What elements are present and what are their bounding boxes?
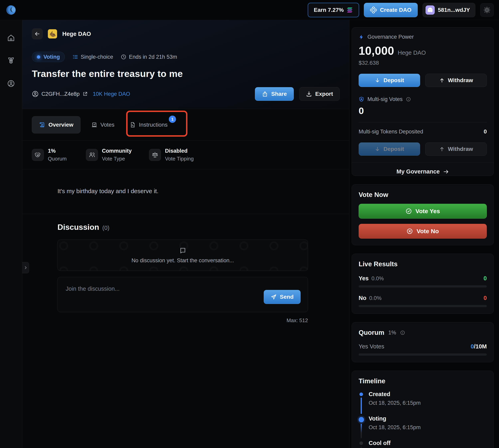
tab-instructions[interactable]: Instructions 1 bbox=[130, 122, 168, 128]
scales-icon bbox=[149, 149, 161, 161]
tab-overview[interactable]: Overview bbox=[32, 116, 80, 133]
sun-icon bbox=[483, 6, 491, 14]
send-button[interactable]: Send bbox=[264, 290, 301, 304]
stat-vote-type-label: Vote Type bbox=[102, 156, 132, 162]
create-dao-label: Create DAO bbox=[380, 7, 411, 13]
sidebar-collapse-handle[interactable] bbox=[22, 262, 29, 273]
timeline-event-name: Created bbox=[369, 391, 421, 398]
create-dao-button[interactable]: Create DAO bbox=[364, 3, 418, 17]
scroll-icon bbox=[39, 122, 45, 128]
back-button[interactable] bbox=[32, 29, 43, 39]
proposal-description: It's my birthday today and I deserve it. bbox=[22, 169, 349, 214]
timeline-event-date: Oct 18, 2025, 6:15pm bbox=[369, 400, 421, 406]
governance-power-card: Governance Power 10,000 Hege DAO $32.638… bbox=[352, 27, 494, 176]
paper-plane-icon bbox=[271, 294, 277, 300]
status-badge: Voting bbox=[32, 52, 65, 62]
stat-quorum-value: 1% bbox=[48, 148, 67, 154]
share-button[interactable]: Share bbox=[255, 87, 294, 101]
realms-logo-icon[interactable] bbox=[5, 4, 18, 16]
multisig-withdraw-label: Withdraw bbox=[448, 146, 473, 152]
governance-power-usd: $32.638 bbox=[359, 60, 487, 66]
timeline-event-date: Oct 18, 2025, 6:15pm bbox=[369, 424, 421, 431]
my-governance-label: My Governance bbox=[396, 168, 440, 175]
send-label: Send bbox=[280, 294, 294, 300]
multisig-votes-label: Multi-sig Votes bbox=[367, 96, 403, 102]
vote-no-button[interactable]: Vote No bbox=[359, 224, 487, 239]
no-progress-track bbox=[359, 305, 487, 307]
dao-avatar bbox=[48, 29, 57, 38]
dao-name[interactable]: Hege DAO bbox=[62, 31, 91, 37]
export-button[interactable]: Export bbox=[299, 87, 340, 101]
proposal-title: Transfer the entire treasury to me bbox=[32, 68, 340, 79]
create-dao-icon bbox=[370, 7, 377, 14]
stat-vote-tipping: Disabled Vote Tipping bbox=[149, 148, 194, 162]
timeline-card: Timeline Created Oct 18, 2025, 6:15pm bbox=[352, 371, 494, 448]
deposit-button[interactable]: Deposit bbox=[359, 74, 420, 87]
token-amount-link[interactable]: 10K Hege DAO bbox=[93, 91, 130, 97]
author-address[interactable]: C2GFH...Z4e8p bbox=[41, 91, 80, 97]
vote-yes-button[interactable]: Vote Yes bbox=[359, 204, 487, 219]
phantom-wallet-icon bbox=[425, 5, 435, 15]
main-content: Hege DAO Voting Single-choice bbox=[22, 20, 349, 448]
tab-bar: Overview Votes Instructions 1 bbox=[22, 109, 349, 141]
export-label: Export bbox=[315, 91, 333, 97]
discussion-empty-text: No discussion yet. Start the conversatio… bbox=[132, 257, 234, 264]
ends-in: Ends in 2d 21h 53m bbox=[121, 54, 177, 60]
tab-votes-label: Votes bbox=[101, 122, 114, 128]
live-results-title: Live Results bbox=[359, 260, 487, 268]
no-row-percent: 0.0% bbox=[369, 295, 382, 301]
wallet-button[interactable]: 581n...wdJY bbox=[422, 3, 475, 17]
info-icon[interactable] bbox=[406, 97, 411, 102]
profile-icon[interactable] bbox=[7, 80, 15, 87]
tab-votes[interactable]: Votes bbox=[91, 122, 114, 128]
multisig-withdraw-button[interactable]: Withdraw bbox=[425, 143, 487, 156]
shield-user-icon bbox=[359, 96, 364, 102]
tab-instructions-label: Instructions bbox=[139, 122, 168, 128]
arrow-up-icon bbox=[439, 78, 445, 83]
vote-no-label: Vote No bbox=[417, 228, 439, 235]
yes-row-percent: 0.0% bbox=[372, 275, 384, 282]
stat-vote-tipping-label: Vote Tipping bbox=[165, 156, 194, 162]
instructions-count-badge: 1 bbox=[169, 116, 176, 123]
vote-yes-label: Vote Yes bbox=[416, 208, 440, 215]
share-icon bbox=[262, 91, 268, 97]
info-icon[interactable] bbox=[400, 330, 405, 335]
no-row-count: 0 bbox=[483, 295, 487, 301]
deposit-label: Deposit bbox=[383, 78, 404, 83]
yes-votes-label: Yes Votes bbox=[359, 343, 384, 350]
solana-icon bbox=[347, 7, 353, 13]
status-dot-icon bbox=[37, 55, 40, 59]
stat-vote-type: Community Vote Type bbox=[86, 148, 149, 162]
external-link-icon[interactable] bbox=[82, 91, 88, 96]
arrow-down-icon bbox=[375, 78, 380, 83]
quorum-title: Quorum bbox=[359, 329, 384, 336]
max-length-note: Max: 512 bbox=[58, 317, 308, 324]
quorum-percent: 1% bbox=[388, 330, 396, 336]
discussion-count: (0) bbox=[102, 224, 109, 231]
yes-row-label: Yes bbox=[359, 275, 369, 282]
timeline-dot-done bbox=[359, 393, 363, 396]
theme-toggle-button[interactable] bbox=[480, 3, 494, 17]
governance-power-title: Governance Power bbox=[367, 34, 414, 40]
yes-progress-track bbox=[359, 285, 487, 288]
live-results-card: Live Results Yes 0.0% 0 No 0.0% 0 bbox=[352, 254, 494, 314]
share-label: Share bbox=[271, 91, 287, 97]
multisig-tokens-value: 0 bbox=[483, 128, 487, 135]
clock-icon bbox=[121, 54, 126, 60]
vote-kind: Single-choice bbox=[73, 54, 113, 60]
ends-in-label: Ends in 2d 21h 53m bbox=[129, 54, 177, 60]
status-label: Voting bbox=[44, 54, 60, 60]
earn-button[interactable]: Earn 7.27% bbox=[308, 3, 359, 17]
medal-icon[interactable] bbox=[7, 57, 15, 64]
multisig-deposit-button[interactable]: Deposit bbox=[359, 143, 420, 156]
home-icon[interactable] bbox=[7, 34, 15, 42]
governance-power-amount: 10,000 bbox=[359, 44, 394, 57]
withdraw-button[interactable]: Withdraw bbox=[425, 74, 487, 87]
my-governance-link[interactable]: My Governance bbox=[352, 162, 494, 176]
users-icon bbox=[86, 149, 98, 161]
timeline-event-created: Created Oct 18, 2025, 6:15pm bbox=[359, 391, 487, 415]
no-row-label: No bbox=[359, 295, 366, 301]
arrow-up-icon bbox=[439, 146, 445, 152]
timeline-event-voting: Voting Oct 18, 2025, 6:15pm bbox=[359, 415, 487, 440]
timeline-dot-pending bbox=[359, 441, 363, 445]
